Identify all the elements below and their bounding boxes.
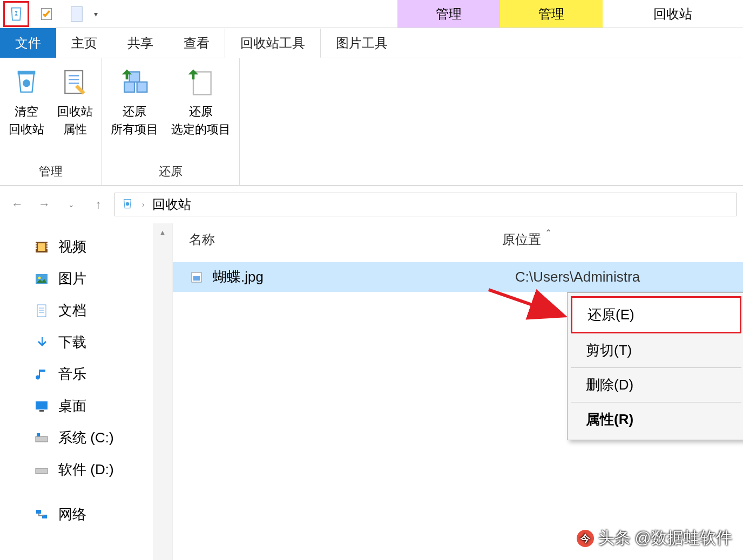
empty-bin-icon [9,65,44,99]
svg-point-3 [23,79,30,87]
sidebar-item-label: 网络 [58,505,86,524]
svg-point-22 [38,276,41,279]
column-headers: 名称 原位置 [173,223,743,256]
recycle-bin-small-icon [120,196,134,213]
restore-all-label: 还原 所有项目 [111,103,158,138]
restore-all-button[interactable]: 还原 所有项目 [109,63,160,160]
svg-rect-14 [38,243,45,251]
sidebar-item-label: 文档 [58,301,86,320]
network-icon [33,507,50,523]
empty-bin-label: 清空 回收站 [9,103,44,138]
blank-doc-icon[interactable] [64,1,90,27]
group-restore-title: 还原 [159,160,183,183]
column-location-header[interactable]: 原位置 [502,231,727,248]
sort-indicator-icon: ⌃ [540,228,556,238]
svg-rect-1 [71,6,83,21]
sidebar-item-downloads[interactable]: 下载 [0,326,172,358]
drive-c-icon [33,430,50,446]
sidebar-item-label: 系统 (C:) [58,428,114,447]
sidebar-scrollbar[interactable]: ▴ [153,223,172,560]
nav-back-button[interactable]: ← [6,194,28,215]
sidebar-item-pictures[interactable]: 图片 [0,263,172,295]
restore-selected-label: 还原 选定的项目 [171,103,231,138]
ctx-restore[interactable]: 还原(E) [571,296,741,333]
svg-rect-20 [46,248,48,249]
group-manage-title: 管理 [39,160,63,183]
svg-point-12 [126,202,130,206]
drive-d-icon [33,462,50,478]
sidebar-item-documents[interactable]: 文档 [0,295,172,326]
sidebar-item-label: 桌面 [58,397,86,415]
sidebar-item-desktop[interactable]: 桌面 [0,390,172,422]
svg-rect-35 [193,276,200,281]
download-icon [33,334,50,351]
svg-rect-23 [37,305,46,317]
annotation-arrow [486,285,572,329]
svg-rect-10 [137,82,147,92]
bin-props-icon [58,65,92,99]
tab-recycle-tools[interactable]: 回收站工具 [225,29,321,58]
breadcrumb-location[interactable]: 回收站 [152,196,191,213]
svg-rect-32 [36,510,41,514]
watermark: 今 头条 @数据蛙软件 [577,527,732,549]
address-bar[interactable]: › 回收站 [114,193,737,216]
sidebar-item-network[interactable]: 网络 [0,498,172,530]
navigation-sidebar: 视频 图片 文档 下载 音乐 桌面 系统 (C:) 软件 (D:) [0,223,173,560]
empty-recycle-bin-button[interactable]: 清空 回收站 [6,63,46,160]
tab-share[interactable]: 共享 [112,28,168,58]
sidebar-item-label: 下载 [58,333,86,352]
tab-home[interactable]: 主页 [56,28,112,58]
contextual-header-image: 管理 [500,0,603,28]
desktop-icon [33,398,50,414]
column-name-header[interactable]: 名称 [189,231,502,248]
sidebar-item-label: 音乐 [58,365,86,384]
svg-rect-9 [124,82,134,92]
svg-rect-29 [36,436,48,442]
nav-history-dropdown[interactable]: ⌄ [60,194,82,215]
restore-selected-button[interactable]: 还原 选定的项目 [169,63,233,160]
ctx-properties[interactable]: 属性(R) [571,402,741,436]
tab-view[interactable]: 查看 [168,28,225,58]
file-name: 蝴蝶.jpg [213,268,515,286]
svg-line-36 [489,290,562,315]
context-menu: 还原(E) 剪切(T) 删除(D) 属性(R) [567,292,743,440]
contextual-tab-headers: 管理 管理 回收站 [397,0,743,28]
address-bar-row: ← → ⌄ ↑ › 回收站 [0,186,743,223]
bin-props-label: 回收站 属性 [57,103,93,138]
sidebar-item-drive-d[interactable]: 软件 (D:) [0,454,172,486]
picture-icon [33,271,50,287]
svg-rect-11 [193,72,211,94]
ribbon-group-manage: 清空 回收站 回收站 属性 管理 [0,58,102,185]
watermark-icon: 今 [577,530,594,547]
sidebar-item-label: 图片 [58,269,86,288]
breadcrumb-separator-icon: › [142,200,145,209]
nav-forward-button[interactable]: → [33,194,55,215]
ribbon-body: 清空 回收站 回收站 属性 管理 还原 所有项目 还原 [0,58,743,186]
svg-rect-2 [18,71,36,74]
quick-access-toolbar: ▾ [0,1,101,27]
sidebar-item-video[interactable]: 视频 [0,231,172,263]
qat-dropdown-icon[interactable]: ▾ [94,10,98,18]
sidebar-item-label: 视频 [58,237,86,256]
svg-rect-17 [36,248,37,249]
music-icon [33,366,50,383]
svg-rect-27 [36,401,48,409]
document-icon [33,303,50,319]
tab-image-tools[interactable]: 图片工具 [321,28,403,58]
ctx-delete[interactable]: 删除(D) [571,368,741,402]
svg-rect-31 [36,468,48,474]
recycle-bin-icon[interactable] [3,1,29,27]
contextual-header-recycle: 管理 [397,0,500,28]
tab-file[interactable]: 文件 [0,28,56,58]
sidebar-item-music[interactable]: 音乐 [0,358,172,390]
file-row[interactable]: 蝴蝶.jpg C:\Users\Administra [173,262,743,292]
recycle-bin-properties-button[interactable]: 回收站 属性 [55,63,95,160]
nav-up-button[interactable]: ↑ [87,194,109,215]
restore-all-icon [117,65,152,99]
properties-icon[interactable] [33,1,59,27]
scroll-up-icon[interactable]: ▴ [153,223,172,241]
ribbon-group-restore: 还原 所有项目 还原 选定的项目 还原 [102,58,240,185]
ctx-cut[interactable]: 剪切(T) [571,333,741,368]
sidebar-item-drive-c[interactable]: 系统 (C:) [0,422,172,454]
svg-rect-28 [39,410,44,412]
